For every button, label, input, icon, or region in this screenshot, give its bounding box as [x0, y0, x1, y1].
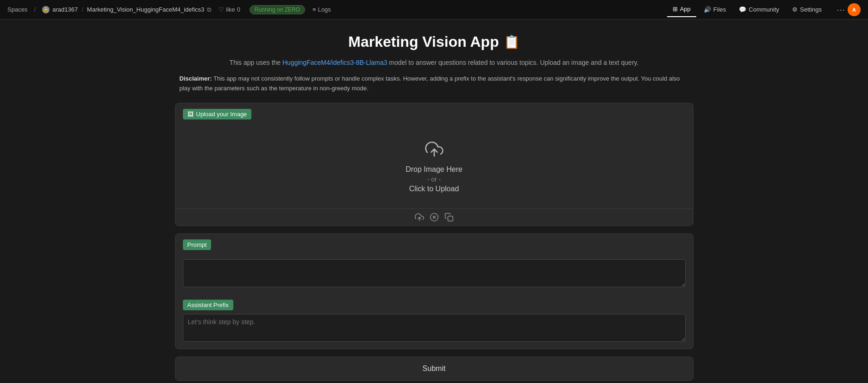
avatar[interactable]: A — [848, 3, 861, 16]
app-description: This app uses the HuggingFaceM4/idefics3… — [175, 58, 693, 68]
nav-app-label: App — [680, 6, 691, 13]
logs-link[interactable]: ≡ Logs — [312, 6, 331, 13]
upload-toolbar-clear-icon[interactable] — [430, 213, 439, 222]
files-icon: 🔊 — [704, 6, 711, 13]
nav-item-files[interactable]: 🔊 Files — [698, 2, 731, 17]
disclaimer-bold: Disclaimer: — [180, 75, 212, 82]
drop-image-text: Drop Image Here — [406, 165, 462, 174]
repo-user-icon: 🔒 — [42, 6, 50, 13]
description-prefix: This app uses the — [230, 59, 282, 66]
description-suffix: model to answer questions related to var… — [387, 59, 638, 66]
repo-slash: / — [81, 6, 83, 13]
spaces-link[interactable]: Spaces — [7, 6, 27, 13]
running-badge: Running on ZERO — [250, 5, 305, 14]
nav-item-app[interactable]: ⊞ App — [667, 2, 696, 17]
nav-community-label: Community — [749, 6, 779, 13]
title-emoji: 📋 — [504, 34, 520, 50]
like-section[interactable]: ♡ like 0 — [219, 6, 240, 13]
settings-icon: ⚙ — [792, 6, 798, 13]
copy-icon[interactable]: ⧉ — [207, 6, 211, 13]
main-content: Marketing Vision App 📋 This app uses the… — [156, 19, 712, 383]
prompt-textarea[interactable] — [183, 259, 686, 287]
upload-label: 🖼 Upload your Image — [183, 109, 252, 119]
upload-image-card: 🖼 Upload your Image Drop Image Here - or… — [175, 103, 693, 226]
prompt-card: Prompt Assistant Prefix — [175, 233, 693, 349]
nav-item-community[interactable]: 💬 Community — [733, 2, 785, 17]
more-options-icon[interactable]: ⋯ — [837, 5, 845, 15]
assistant-prefix-textarea[interactable] — [183, 314, 686, 342]
app-title: Marketing Vision App 📋 — [175, 33, 693, 50]
upload-toolbar-upload-icon[interactable] — [415, 213, 424, 222]
upload-arrow-icon — [425, 140, 443, 160]
like-count: 0 — [237, 6, 240, 13]
like-label: like — [226, 6, 235, 13]
nav-files-label: Files — [713, 6, 726, 13]
user-controls: ⋯ A — [837, 3, 861, 16]
upload-or-text: - or - — [427, 176, 441, 183]
repo-user: arad1367 — [52, 6, 78, 13]
community-icon: 💬 — [739, 6, 746, 13]
submit-card[interactable]: Submit — [175, 357, 693, 381]
app-icon: ⊞ — [673, 6, 678, 13]
logs-icon: ≡ — [312, 6, 316, 13]
disclaimer: Disclaimer: This app may not consistentl… — [175, 74, 693, 94]
nav-settings-label: Settings — [800, 6, 822, 13]
svg-rect-5 — [448, 216, 453, 221]
repo-name: Marketing_Vision_HuggingFaceM4_idefics3 — [87, 6, 204, 13]
prompt-label-text: Prompt — [187, 241, 207, 248]
upload-toolbar-copy-icon[interactable] — [444, 213, 454, 222]
disclaimer-text: This app may not consistently follow pro… — [180, 75, 680, 92]
prompt-label: Prompt — [183, 239, 212, 250]
heart-icon: ♡ — [219, 6, 224, 13]
top-nav: ⊞ App 🔊 Files 💬 Community ⚙ Settings — [667, 2, 827, 17]
click-to-upload-text: Click to Upload — [409, 185, 459, 193]
upload-dropzone[interactable]: Drop Image Here - or - Click to Upload — [175, 125, 693, 208]
assistant-prefix-label-text: Assistant Prefix — [187, 301, 229, 308]
upload-label-text: Upload your Image — [196, 111, 247, 118]
navbar: Spaces / 🔒 arad1367 / Marketing_Vision_H… — [0, 0, 868, 19]
assistant-prefix-label: Assistant Prefix — [183, 300, 234, 310]
nav-item-settings[interactable]: ⚙ Settings — [787, 2, 827, 17]
upload-toolbar — [175, 208, 693, 226]
navbar-divider: / — [34, 6, 36, 13]
upload-label-icon: 🖼 — [187, 111, 194, 118]
repo-info: 🔒 arad1367 / Marketing_Vision_HuggingFac… — [42, 6, 211, 13]
app-title-text: Marketing Vision App — [348, 33, 499, 50]
logs-label: Logs — [318, 6, 331, 13]
model-link[interactable]: HuggingFaceM4/idefics3-8B-Llama3 — [282, 59, 387, 66]
submit-label: Submit — [423, 364, 446, 373]
